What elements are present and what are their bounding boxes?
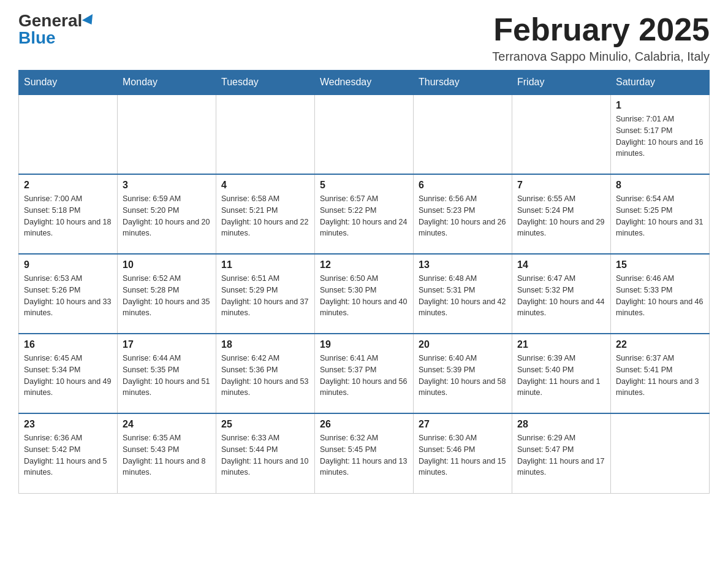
day-number: 15 — [616, 259, 704, 270]
weekday-header-tuesday: Tuesday — [216, 71, 315, 95]
day-number: 17 — [123, 339, 211, 350]
calendar-cell: 4Sunrise: 6:58 AM Sunset: 5:21 PM Daylig… — [216, 174, 315, 254]
calendar-cell: 20Sunrise: 6:40 AM Sunset: 5:39 PM Dayli… — [414, 334, 512, 413]
calendar-cell — [216, 94, 315, 174]
day-number: 26 — [320, 419, 408, 430]
calendar-cell — [414, 94, 512, 174]
day-info: Sunrise: 6:44 AM Sunset: 5:35 PM Dayligh… — [123, 353, 211, 399]
day-info: Sunrise: 6:56 AM Sunset: 5:23 PM Dayligh… — [419, 193, 507, 239]
calendar-cell: 28Sunrise: 6:29 AM Sunset: 5:47 PM Dayli… — [512, 413, 611, 493]
day-info: Sunrise: 6:39 AM Sunset: 5:40 PM Dayligh… — [517, 353, 605, 399]
day-number: 7 — [517, 180, 605, 191]
day-info: Sunrise: 6:32 AM Sunset: 5:45 PM Dayligh… — [320, 432, 408, 478]
week-row-2: 2Sunrise: 7:00 AM Sunset: 5:18 PM Daylig… — [19, 174, 710, 254]
calendar-cell: 26Sunrise: 6:32 AM Sunset: 5:45 PM Dayli… — [315, 413, 414, 493]
day-info: Sunrise: 6:40 AM Sunset: 5:39 PM Dayligh… — [419, 353, 507, 399]
day-info: Sunrise: 6:59 AM Sunset: 5:20 PM Dayligh… — [123, 193, 211, 239]
day-number: 25 — [221, 419, 309, 430]
day-number: 13 — [419, 259, 507, 270]
day-info: Sunrise: 6:53 AM Sunset: 5:26 PM Dayligh… — [24, 273, 112, 319]
weekday-header-sunday: Sunday — [19, 71, 118, 95]
day-number: 4 — [221, 180, 309, 191]
logo-blue-text: Blue — [18, 29, 56, 47]
day-info: Sunrise: 6:35 AM Sunset: 5:43 PM Dayligh… — [123, 432, 211, 478]
day-number: 9 — [24, 259, 112, 270]
day-info: Sunrise: 6:54 AM Sunset: 5:25 PM Dayligh… — [616, 193, 704, 239]
day-info: Sunrise: 7:01 AM Sunset: 5:17 PM Dayligh… — [616, 113, 704, 159]
day-info: Sunrise: 6:47 AM Sunset: 5:32 PM Dayligh… — [517, 273, 605, 319]
week-row-5: 23Sunrise: 6:36 AM Sunset: 5:42 PM Dayli… — [19, 413, 710, 493]
week-row-3: 9Sunrise: 6:53 AM Sunset: 5:26 PM Daylig… — [19, 254, 710, 334]
day-number: 11 — [221, 259, 309, 270]
calendar-cell: 11Sunrise: 6:51 AM Sunset: 5:29 PM Dayli… — [216, 254, 315, 334]
calendar-cell: 8Sunrise: 6:54 AM Sunset: 5:25 PM Daylig… — [611, 174, 710, 254]
day-number: 2 — [24, 180, 112, 191]
calendar-cell: 17Sunrise: 6:44 AM Sunset: 5:35 PM Dayli… — [118, 334, 216, 413]
day-info: Sunrise: 6:58 AM Sunset: 5:21 PM Dayligh… — [221, 193, 309, 239]
calendar-cell: 22Sunrise: 6:37 AM Sunset: 5:41 PM Dayli… — [611, 334, 710, 413]
day-info: Sunrise: 6:52 AM Sunset: 5:28 PM Dayligh… — [123, 273, 211, 319]
calendar-cell: 13Sunrise: 6:48 AM Sunset: 5:31 PM Dayli… — [414, 254, 512, 334]
week-row-1: 1Sunrise: 7:01 AM Sunset: 5:17 PM Daylig… — [19, 94, 710, 174]
day-info: Sunrise: 6:33 AM Sunset: 5:44 PM Dayligh… — [221, 432, 309, 478]
day-number: 28 — [517, 419, 605, 430]
month-title: February 2025 — [492, 12, 710, 47]
calendar-cell: 24Sunrise: 6:35 AM Sunset: 5:43 PM Dayli… — [118, 413, 216, 493]
day-info: Sunrise: 6:36 AM Sunset: 5:42 PM Dayligh… — [24, 432, 112, 478]
weekday-header-row: SundayMondayTuesdayWednesdayThursdayFrid… — [19, 71, 710, 95]
calendar-cell: 27Sunrise: 6:30 AM Sunset: 5:46 PM Dayli… — [414, 413, 512, 493]
calendar-cell: 25Sunrise: 6:33 AM Sunset: 5:44 PM Dayli… — [216, 413, 315, 493]
week-row-4: 16Sunrise: 6:45 AM Sunset: 5:34 PM Dayli… — [19, 334, 710, 413]
day-number: 10 — [123, 259, 211, 270]
day-info: Sunrise: 6:51 AM Sunset: 5:29 PM Dayligh… — [221, 273, 309, 319]
day-number: 8 — [616, 180, 704, 191]
calendar-cell: 12Sunrise: 6:50 AM Sunset: 5:30 PM Dayli… — [315, 254, 414, 334]
title-section: February 2025 Terranova Sappo Minulio, C… — [492, 12, 710, 64]
calendar-cell: 2Sunrise: 7:00 AM Sunset: 5:18 PM Daylig… — [19, 174, 118, 254]
day-number: 19 — [320, 339, 408, 350]
day-info: Sunrise: 6:50 AM Sunset: 5:30 PM Dayligh… — [320, 273, 408, 319]
calendar-cell — [315, 94, 414, 174]
logo-arrow-icon — [82, 14, 97, 28]
day-number: 14 — [517, 259, 605, 270]
calendar-cell: 3Sunrise: 6:59 AM Sunset: 5:20 PM Daylig… — [118, 174, 216, 254]
calendar-cell: 14Sunrise: 6:47 AM Sunset: 5:32 PM Dayli… — [512, 254, 611, 334]
weekday-header-friday: Friday — [512, 71, 611, 95]
day-number: 18 — [221, 339, 309, 350]
day-number: 16 — [24, 339, 112, 350]
calendar-cell — [512, 94, 611, 174]
day-info: Sunrise: 6:42 AM Sunset: 5:36 PM Dayligh… — [221, 353, 309, 399]
day-info: Sunrise: 6:45 AM Sunset: 5:34 PM Dayligh… — [24, 353, 112, 399]
calendar-cell: 21Sunrise: 6:39 AM Sunset: 5:40 PM Dayli… — [512, 334, 611, 413]
day-info: Sunrise: 6:30 AM Sunset: 5:46 PM Dayligh… — [419, 432, 507, 478]
day-info: Sunrise: 6:37 AM Sunset: 5:41 PM Dayligh… — [616, 353, 704, 399]
calendar-table: SundayMondayTuesdayWednesdayThursdayFrid… — [18, 70, 710, 494]
day-number: 24 — [123, 419, 211, 430]
day-info: Sunrise: 6:29 AM Sunset: 5:47 PM Dayligh… — [517, 432, 605, 478]
calendar-cell — [19, 94, 118, 174]
day-number: 5 — [320, 180, 408, 191]
day-info: Sunrise: 6:41 AM Sunset: 5:37 PM Dayligh… — [320, 353, 408, 399]
weekday-header-monday: Monday — [118, 71, 216, 95]
day-number: 22 — [616, 339, 704, 350]
logo: General Blue — [18, 12, 96, 47]
calendar-cell: 18Sunrise: 6:42 AM Sunset: 5:36 PM Dayli… — [216, 334, 315, 413]
calendar-cell — [118, 94, 216, 174]
calendar-cell: 9Sunrise: 6:53 AM Sunset: 5:26 PM Daylig… — [19, 254, 118, 334]
day-info: Sunrise: 6:48 AM Sunset: 5:31 PM Dayligh… — [419, 273, 507, 319]
day-number: 1 — [616, 100, 704, 111]
weekday-header-saturday: Saturday — [611, 71, 710, 95]
day-info: Sunrise: 7:00 AM Sunset: 5:18 PM Dayligh… — [24, 193, 112, 239]
header: General Blue February 2025 Terranova Sap… — [18, 12, 710, 64]
day-number: 3 — [123, 180, 211, 191]
day-number: 6 — [419, 180, 507, 191]
calendar-cell: 15Sunrise: 6:46 AM Sunset: 5:33 PM Dayli… — [611, 254, 710, 334]
calendar-cell: 1Sunrise: 7:01 AM Sunset: 5:17 PM Daylig… — [611, 94, 710, 174]
day-number: 21 — [517, 339, 605, 350]
calendar-cell: 5Sunrise: 6:57 AM Sunset: 5:22 PM Daylig… — [315, 174, 414, 254]
weekday-header-wednesday: Wednesday — [315, 71, 414, 95]
calendar-cell: 16Sunrise: 6:45 AM Sunset: 5:34 PM Dayli… — [19, 334, 118, 413]
day-number: 12 — [320, 259, 408, 270]
calendar-cell: 6Sunrise: 6:56 AM Sunset: 5:23 PM Daylig… — [414, 174, 512, 254]
day-info: Sunrise: 6:55 AM Sunset: 5:24 PM Dayligh… — [517, 193, 605, 239]
